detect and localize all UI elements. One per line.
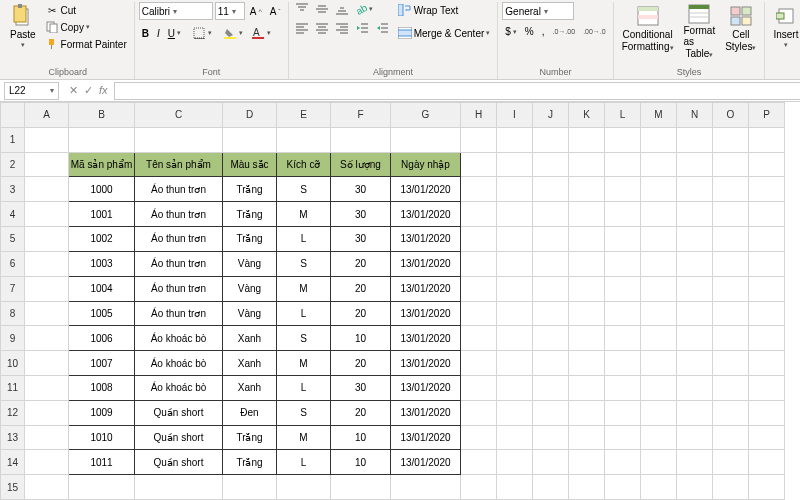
underline-button[interactable]: U▾ bbox=[165, 27, 184, 40]
col-header-J[interactable]: J bbox=[533, 103, 569, 128]
cell-styles-button[interactable]: Cell Styles▾ bbox=[721, 2, 760, 58]
row-header-11[interactable]: 11 bbox=[1, 375, 25, 400]
cell-L12[interactable] bbox=[605, 400, 641, 425]
cell-B6[interactable]: 1003 bbox=[69, 251, 135, 276]
cell-L13[interactable] bbox=[605, 425, 641, 450]
percent-button[interactable]: % bbox=[522, 25, 537, 38]
cell-A14[interactable] bbox=[25, 450, 69, 475]
row-header-2[interactable]: 2 bbox=[1, 152, 25, 177]
cell-N8[interactable] bbox=[677, 301, 713, 326]
cell-C1[interactable] bbox=[135, 127, 223, 152]
cell-E5[interactable]: L bbox=[277, 227, 331, 252]
cell-H11[interactable] bbox=[461, 375, 497, 400]
cell-M9[interactable] bbox=[641, 326, 677, 351]
cell-I9[interactable] bbox=[497, 326, 533, 351]
comma-button[interactable]: , bbox=[539, 25, 548, 38]
currency-button[interactable]: $▾ bbox=[502, 25, 520, 38]
cell-B1[interactable] bbox=[69, 127, 135, 152]
cell-K14[interactable] bbox=[569, 450, 605, 475]
row-header-8[interactable]: 8 bbox=[1, 301, 25, 326]
cell-L9[interactable] bbox=[605, 326, 641, 351]
cell-D1[interactable] bbox=[223, 127, 277, 152]
cell-E13[interactable]: M bbox=[277, 425, 331, 450]
cell-C9[interactable]: Áo khoác bò bbox=[135, 326, 223, 351]
conditional-formatting-button[interactable]: Conditional Formatting▾ bbox=[618, 2, 678, 58]
formula-input[interactable] bbox=[114, 82, 800, 100]
cell-E15[interactable] bbox=[277, 475, 331, 500]
cell-B4[interactable]: 1001 bbox=[69, 202, 135, 227]
cell-K6[interactable] bbox=[569, 251, 605, 276]
cell-L3[interactable] bbox=[605, 177, 641, 202]
cell-A12[interactable] bbox=[25, 400, 69, 425]
cell-G2[interactable]: Ngày nhập bbox=[391, 152, 461, 177]
number-format-combo[interactable]: General▾ bbox=[502, 2, 574, 20]
col-header-K[interactable]: K bbox=[569, 103, 605, 128]
cell-C7[interactable]: Áo thun trơn bbox=[135, 276, 223, 301]
cell-K1[interactable] bbox=[569, 127, 605, 152]
cell-O2[interactable] bbox=[713, 152, 749, 177]
cell-E6[interactable]: S bbox=[277, 251, 331, 276]
cell-K4[interactable] bbox=[569, 202, 605, 227]
cell-M12[interactable] bbox=[641, 400, 677, 425]
row-header-3[interactable]: 3 bbox=[1, 177, 25, 202]
cell-G15[interactable] bbox=[391, 475, 461, 500]
cell-I2[interactable] bbox=[497, 152, 533, 177]
cell-I7[interactable] bbox=[497, 276, 533, 301]
cell-J15[interactable] bbox=[533, 475, 569, 500]
cell-C12[interactable]: Quần short bbox=[135, 400, 223, 425]
wrap-text-button[interactable]: Wrap Text bbox=[395, 2, 494, 18]
cell-A3[interactable] bbox=[25, 177, 69, 202]
cell-A9[interactable] bbox=[25, 326, 69, 351]
cell-E11[interactable]: L bbox=[277, 375, 331, 400]
cell-C3[interactable]: Áo thun trơn bbox=[135, 177, 223, 202]
cell-G14[interactable]: 13/01/2020 bbox=[391, 450, 461, 475]
cell-H12[interactable] bbox=[461, 400, 497, 425]
cell-M13[interactable] bbox=[641, 425, 677, 450]
cell-O5[interactable] bbox=[713, 227, 749, 252]
align-right-button[interactable] bbox=[333, 21, 351, 35]
cell-A2[interactable] bbox=[25, 152, 69, 177]
row-header-4[interactable]: 4 bbox=[1, 202, 25, 227]
cell-L4[interactable] bbox=[605, 202, 641, 227]
cell-J9[interactable] bbox=[533, 326, 569, 351]
cell-E12[interactable]: S bbox=[277, 400, 331, 425]
cell-I4[interactable] bbox=[497, 202, 533, 227]
cell-P12[interactable] bbox=[749, 400, 785, 425]
insert-button[interactable]: Insert▾ bbox=[769, 2, 800, 58]
merge-center-button[interactable]: Merge & Center▾ bbox=[395, 25, 494, 41]
cell-F1[interactable] bbox=[331, 127, 391, 152]
cell-I8[interactable] bbox=[497, 301, 533, 326]
cell-D10[interactable]: Xanh bbox=[223, 351, 277, 376]
cell-A8[interactable] bbox=[25, 301, 69, 326]
cell-B11[interactable]: 1008 bbox=[69, 375, 135, 400]
cell-B7[interactable]: 1004 bbox=[69, 276, 135, 301]
fill-color-button[interactable]: ▾ bbox=[220, 25, 246, 41]
cell-F10[interactable]: 20 bbox=[331, 351, 391, 376]
cell-G4[interactable]: 13/01/2020 bbox=[391, 202, 461, 227]
cell-L10[interactable] bbox=[605, 351, 641, 376]
cell-O6[interactable] bbox=[713, 251, 749, 276]
cell-O4[interactable] bbox=[713, 202, 749, 227]
cell-F8[interactable]: 20 bbox=[331, 301, 391, 326]
cell-M8[interactable] bbox=[641, 301, 677, 326]
row-header-5[interactable]: 5 bbox=[1, 227, 25, 252]
cell-A4[interactable] bbox=[25, 202, 69, 227]
cell-D3[interactable]: Trắng bbox=[223, 177, 277, 202]
cell-K10[interactable] bbox=[569, 351, 605, 376]
cell-I1[interactable] bbox=[497, 127, 533, 152]
cell-J10[interactable] bbox=[533, 351, 569, 376]
cell-P13[interactable] bbox=[749, 425, 785, 450]
cell-C8[interactable]: Áo thun trơn bbox=[135, 301, 223, 326]
cell-K7[interactable] bbox=[569, 276, 605, 301]
cell-N4[interactable] bbox=[677, 202, 713, 227]
cell-E9[interactable]: S bbox=[277, 326, 331, 351]
cell-P2[interactable] bbox=[749, 152, 785, 177]
cell-H10[interactable] bbox=[461, 351, 497, 376]
cell-B2[interactable]: Mã sản phẩm bbox=[69, 152, 135, 177]
cell-E14[interactable]: L bbox=[277, 450, 331, 475]
col-header-A[interactable]: A bbox=[25, 103, 69, 128]
cell-M14[interactable] bbox=[641, 450, 677, 475]
cell-H13[interactable] bbox=[461, 425, 497, 450]
cell-O12[interactable] bbox=[713, 400, 749, 425]
align-middle-button[interactable] bbox=[313, 2, 331, 16]
